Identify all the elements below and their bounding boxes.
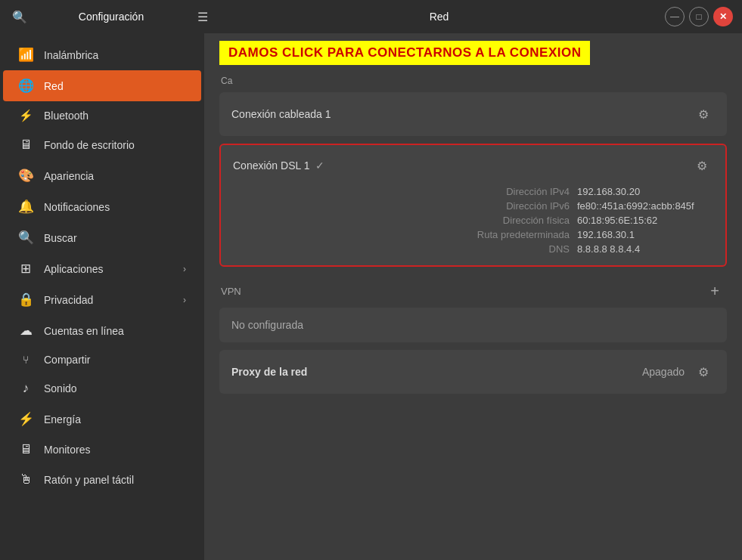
sidebar-item-label: Energía	[44, 413, 81, 425]
mac-value: 60:18:95:6E:15:62	[577, 215, 713, 226]
sidebar-item-label: Notificaciones	[44, 201, 110, 213]
power-icon: ⚡	[18, 411, 33, 427]
sidebar-item-privacidad[interactable]: 🔒 Privacidad ›	[3, 284, 201, 315]
gear-icon: ⚙	[697, 159, 707, 173]
ipv6-value: fe80::451a:6992:acbb:845f	[577, 200, 713, 212]
wired-connection-title: Conexión cableada 1	[231, 108, 331, 120]
network-icon: 🌐	[18, 78, 33, 94]
vpn-add-button[interactable]: +	[704, 280, 725, 302]
vpn-header: VPN +	[219, 274, 727, 308]
sidebar-item-compartir[interactable]: ⑂ Compartir	[3, 346, 201, 373]
menu-button[interactable]: ☰	[192, 6, 213, 27]
notification-icon: 🔔	[18, 199, 33, 215]
ipv4-label: Dirección IPv4	[506, 186, 570, 197]
share-icon: ⑂	[18, 354, 33, 366]
sidebar-item-energia[interactable]: ⚡ Energía	[3, 404, 201, 435]
sidebar-item-label: Inalámbrica	[44, 49, 98, 61]
wired-connection-header: Conexión cableada 1 ⚙	[219, 92, 727, 136]
minimize-button[interactable]: —	[665, 7, 685, 26]
sidebar-item-label: Fondo de escritorio	[44, 139, 135, 151]
bluetooth-icon: ⚡	[18, 109, 33, 122]
titlebar-left: 🔍 Configuración ☰	[9, 6, 213, 27]
menu-icon: ☰	[197, 10, 208, 24]
gateway-row: Ruta predeterminada 192.168.30.1	[233, 229, 713, 240]
add-icon: +	[710, 283, 719, 300]
desktop-icon: 🖥	[18, 138, 33, 153]
sidebar-item-buscar[interactable]: 🔍 Buscar	[3, 222, 201, 253]
ipv4-value: 192.168.30.20	[577, 186, 713, 197]
ipv4-row: Dirección IPv4 192.168.30.20	[233, 186, 713, 197]
checkmark-icon: ✓	[315, 159, 324, 172]
sidebar-item-label: Compartir	[44, 354, 90, 366]
proxy-status: Apagado	[642, 366, 685, 378]
proxy-settings-button[interactable]: ⚙	[692, 360, 715, 383]
sidebar-item-monitores[interactable]: 🖥 Monitores	[3, 435, 201, 465]
annotation-banner: DAMOS CLICK PARA CONECTARNOS A LA CONEXI…	[219, 41, 590, 65]
search-icon: 🔍	[12, 10, 27, 24]
mac-label: Dirección física	[503, 215, 570, 226]
sidebar: 📶 Inalámbrica 🌐 Red ⚡ Bluetooth 🖥 Fondo …	[0, 33, 204, 560]
apps-icon: ⊞	[18, 261, 33, 277]
sidebar-item-notificaciones[interactable]: 🔔 Notificaciones	[3, 191, 201, 222]
sidebar-item-label: Monitores	[44, 444, 90, 456]
privacy-icon: 🔒	[18, 292, 33, 308]
mouse-icon: 🖱	[18, 472, 33, 487]
annotation-container: DAMOS CLICK PARA CONECTARNOS A LA CONEXI…	[204, 33, 742, 65]
sidebar-item-label: Red	[44, 80, 64, 92]
sidebar-item-sonido[interactable]: ♪ Sonido	[3, 373, 201, 404]
section-label: Ca	[219, 76, 727, 86]
cloud-icon: ☁	[18, 323, 33, 339]
wifi-icon: 📶	[18, 47, 33, 63]
sidebar-item-raton[interactable]: 🖱 Ratón y panel táctil	[3, 465, 201, 495]
dns-value: 8.8.8.8 8.8.4.4	[577, 243, 713, 255]
titlebar: 🔍 Configuración ☰ Red — □ ✕	[0, 0, 742, 33]
dns-label: DNS	[549, 243, 570, 255]
window-title: Red	[213, 11, 665, 23]
wired-settings-button[interactable]: ⚙	[692, 103, 715, 125]
gateway-value: 192.168.30.1	[577, 229, 713, 240]
ipv6-label: Dirección IPv6	[506, 200, 570, 212]
sound-icon: ♪	[18, 381, 33, 396]
dsl-connection-card: Conexión DSL 1 ✓ ⚙ Dirección IPv4 192.16…	[219, 144, 727, 267]
proxy-card: Proxy de la red Apagado ⚙	[219, 350, 727, 394]
search-button[interactable]: 🔍	[9, 6, 30, 27]
vpn-section: VPN + No configurada	[219, 274, 727, 342]
sidebar-item-bluetooth[interactable]: ⚡ Bluetooth	[3, 101, 201, 130]
vpn-no-config-text: No configurada	[231, 319, 303, 331]
dsl-title-group: Conexión DSL 1 ✓	[233, 159, 324, 172]
proxy-right: Apagado ⚙	[642, 360, 715, 383]
dsl-connection-title: Conexión DSL 1	[233, 159, 309, 172]
sidebar-item-label: Aplicaciones	[44, 263, 104, 275]
window-controls: — □ ✕	[665, 7, 733, 26]
dsl-settings-button[interactable]: ⚙	[691, 154, 713, 177]
gateway-label: Ruta predeterminada	[477, 229, 570, 240]
content-area: DAMOS CLICK PARA CONECTARNOS A LA CONEXI…	[204, 33, 742, 560]
dsl-details: Dirección IPv4 192.168.30.20 Dirección I…	[221, 186, 725, 265]
vpn-label: VPN	[221, 286, 241, 297]
dsl-connection-header: Conexión DSL 1 ✓ ⚙	[221, 145, 725, 186]
sidebar-item-inalambrica[interactable]: 📶 Inalámbrica	[3, 39, 201, 70]
monitor-icon: 🖥	[18, 442, 33, 457]
main-layout: 📶 Inalámbrica 🌐 Red ⚡ Bluetooth 🖥 Fondo …	[0, 33, 742, 560]
dns-row: DNS 8.8.8.8 8.8.4.4	[233, 243, 713, 255]
sidebar-item-label: Buscar	[44, 232, 77, 244]
close-button[interactable]: ✕	[713, 7, 733, 26]
appearance-icon: 🎨	[18, 168, 33, 184]
mac-row: Dirección física 60:18:95:6E:15:62	[233, 215, 713, 226]
ipv6-row: Dirección IPv6 fe80::451a:6992:acbb:845f	[233, 200, 713, 212]
sidebar-item-aplicaciones[interactable]: ⊞ Aplicaciones ›	[3, 253, 201, 284]
chevron-right-icon: ›	[183, 295, 186, 305]
sidebar-item-label: Ratón y panel táctil	[44, 474, 134, 486]
sidebar-item-fondo-escritorio[interactable]: 🖥 Fondo de escritorio	[3, 130, 201, 160]
sidebar-item-label: Apariencia	[44, 170, 94, 182]
app-title: Configuración	[38, 11, 185, 23]
sidebar-item-label: Privacidad	[44, 294, 93, 306]
gear-icon: ⚙	[698, 107, 709, 122]
maximize-button[interactable]: □	[689, 7, 709, 26]
search-sidebar-icon: 🔍	[18, 230, 33, 246]
sidebar-item-red[interactable]: 🌐 Red	[3, 70, 201, 101]
sidebar-item-apariencia[interactable]: 🎨 Apariencia	[3, 160, 201, 191]
wired-connection-card: Conexión cableada 1 ⚙	[219, 92, 727, 136]
sidebar-item-label: Sonido	[44, 382, 77, 394]
sidebar-item-cuentas-linea[interactable]: ☁ Cuentas en línea	[3, 315, 201, 346]
